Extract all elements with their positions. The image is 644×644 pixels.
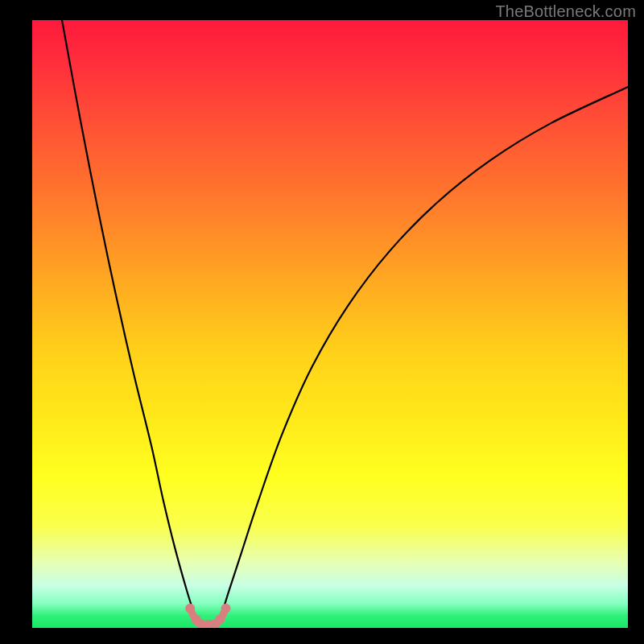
minimum-marker-arc [190, 609, 225, 626]
chart-frame: TheBottleneck.com [0, 0, 644, 644]
plot-area [32, 20, 628, 628]
bottleneck-chart [32, 20, 628, 628]
bottleneck-curve [62, 20, 628, 626]
watermark-text: TheBottleneck.com [495, 2, 636, 21]
